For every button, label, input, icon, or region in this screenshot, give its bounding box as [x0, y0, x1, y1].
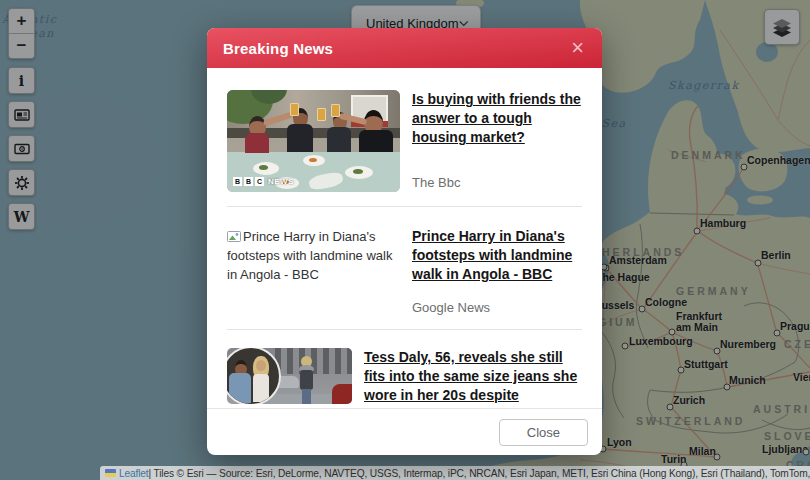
modal-body: B B C NEWS Is buying with friends the an…	[207, 68, 602, 408]
bbc-news-badge: B B C NEWS	[233, 177, 294, 186]
leaflet-link[interactable]: Leaflet	[119, 468, 149, 479]
modal-header: Breaking News ×	[207, 28, 602, 68]
app-window: AtlanticOceanNorth SeaSkagerrakDENMARKNE…	[0, 0, 810, 480]
broken-image-icon	[227, 231, 241, 242]
article-source: Google News	[412, 300, 582, 315]
article-row: Prince Harry in Diana's footsteps with l…	[227, 207, 582, 315]
article-row: B B C NEWS Is buying with friends the an…	[227, 68, 582, 192]
article-title-link[interactable]: Prince Harry in Diana's footsteps with l…	[412, 227, 582, 284]
close-button[interactable]: Close	[499, 419, 588, 446]
modal-title: Breaking News	[223, 40, 569, 57]
ukraine-flag-icon	[105, 469, 116, 477]
article-title-link[interactable]: Is buying with friends the answer to a t…	[412, 90, 582, 147]
breaking-news-modal: Breaking News ×	[207, 28, 602, 455]
modal-footer: Close	[207, 408, 602, 455]
article-source: The Bbc	[412, 175, 582, 190]
article-title-link[interactable]: Tess Daly, 56, reveals she still fits in…	[364, 348, 582, 405]
article-thumbnail-tess-daly[interactable]	[227, 348, 352, 404]
broken-image-alt[interactable]: Prince Harry in Diana's footsteps with l…	[227, 227, 400, 315]
article-row: Tess Daly, 56, reveals she still fits in…	[227, 330, 582, 405]
close-icon[interactable]: ×	[569, 38, 586, 58]
attribution-bar: Leaflet | Tiles © Esri — Source: Esri, D…	[100, 466, 810, 480]
attribution-text: | Tiles © Esri — Source: Esri, DeLorme, …	[149, 468, 810, 479]
article-thumbnail-bbc-dining[interactable]: B B C NEWS	[227, 90, 400, 192]
